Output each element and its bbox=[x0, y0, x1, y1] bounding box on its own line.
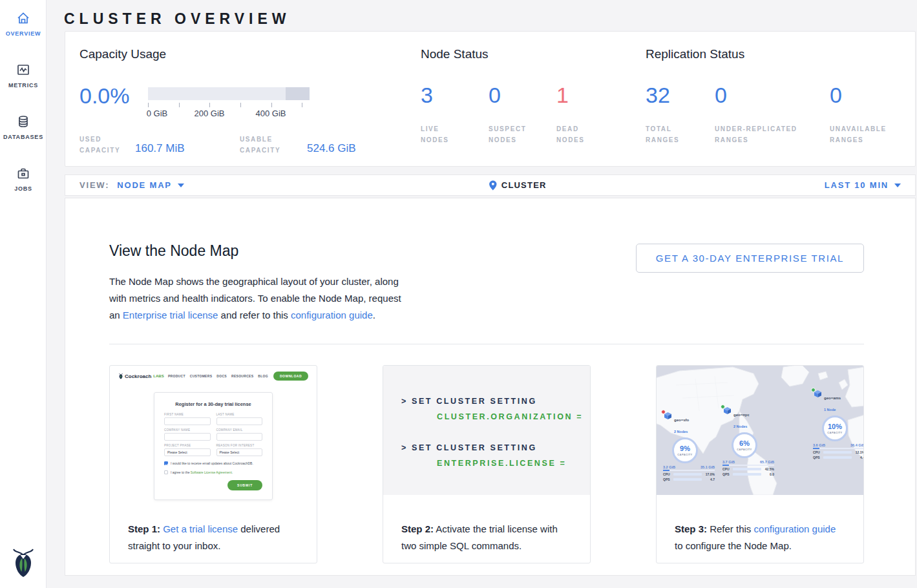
databases-icon bbox=[16, 114, 31, 129]
total-ranges-value: 32 bbox=[646, 82, 715, 108]
map-node-nyc: geo=nyc2 Nodes 6% CAPACITY 3.7 GiB65.7 G… bbox=[722, 407, 774, 476]
sidebar-item-label: DATABASES bbox=[0, 134, 47, 140]
sidebar-item-label: OVERVIEW bbox=[0, 30, 47, 37]
under-replicated-ranges-label: UNDER-REPLICATED RANGES bbox=[715, 123, 818, 145]
configuration-guide-link[interactable]: configuration guide bbox=[754, 523, 836, 534]
live-nodes-stat: 3 LIVE NODES bbox=[421, 82, 489, 145]
node-map-illustration: geo=sfo2 Nodes 9% CAPACITY 3.2 GiB35.1 G… bbox=[657, 366, 863, 495]
breadcrumb-cluster: CLUSTER bbox=[501, 180, 547, 190]
live-nodes-label: LIVE NODES bbox=[421, 123, 467, 145]
chevron-down-icon bbox=[894, 184, 901, 187]
node-map-panel: View the Node Map The Node Map shows the… bbox=[65, 198, 916, 576]
usable-capacity-value: 524.6 GiB bbox=[307, 142, 356, 156]
step1-caption: Step 1: Get a trial license delivered st… bbox=[110, 512, 317, 554]
capacity-usage-section: Capacity Usage 0.0% 0 GiB 200 GiB 400 Gi… bbox=[79, 47, 406, 157]
view-label: VIEW: bbox=[79, 180, 109, 190]
page-title: CLUSTER OVERVIEW bbox=[47, 0, 917, 26]
unavailable-ranges-label: UNAVAILABLE RANGES bbox=[830, 123, 894, 145]
capacity-bar-reserved-segment bbox=[286, 87, 310, 100]
step3-card: geo=sfo2 Nodes 9% CAPACITY 3.2 GiB35.1 G… bbox=[656, 365, 864, 563]
dead-nodes-label: DEAD NODES bbox=[556, 123, 603, 145]
view-toolbar: VIEW: NODE MAP CLUSTER LAST 10 MIN bbox=[65, 174, 916, 196]
step3-caption: Step 3: Refer this configuration guide t… bbox=[657, 495, 863, 554]
under-replicated-ranges-value: 0 bbox=[715, 82, 830, 108]
capacity-percent: 0.0% bbox=[79, 83, 130, 109]
sidebar-item-databases[interactable]: DATABASES bbox=[0, 103, 47, 155]
capacity-axis-labels: 0 GiB 200 GiB 400 GiB bbox=[148, 108, 310, 118]
jobs-icon bbox=[16, 165, 31, 181]
cluster-summary-card: Capacity Usage 0.0% 0 GiB 200 GiB 400 Gi… bbox=[65, 31, 916, 167]
capacity-gauge-sfo: 9% CAPACITY bbox=[672, 437, 698, 463]
breadcrumb[interactable]: CLUSTER bbox=[489, 180, 547, 191]
configuration-guide-link[interactable]: configuration guide bbox=[291, 310, 373, 320]
sidebar-item-label: JOBS bbox=[0, 185, 47, 192]
node-cube-icon bbox=[814, 390, 821, 397]
node-status-section: Node Status 3 LIVE NODES 0 SUSPECT NODES… bbox=[421, 47, 624, 145]
node-cube-icon bbox=[664, 412, 671, 419]
cockroachdb-logo bbox=[0, 547, 47, 580]
chevron-down-icon bbox=[178, 184, 184, 187]
node-status-dot-red bbox=[661, 410, 666, 414]
step1-card: Cockroach LABS PRODUCTCUSTOMERSDOCSRESOU… bbox=[109, 365, 317, 563]
suspect-nodes-value: 0 bbox=[489, 82, 556, 108]
sidebar-item-label: METRICS bbox=[0, 82, 47, 89]
suspect-nodes-stat: 0 SUSPECT NODES bbox=[489, 82, 556, 145]
capacity-bar bbox=[148, 87, 310, 100]
enterprise-trial-license-link[interactable]: Enterprise trial license bbox=[123, 310, 218, 320]
metrics-icon bbox=[16, 62, 31, 78]
cockroach-labs-mini-logo: Cockroach LABS bbox=[118, 373, 164, 379]
map-node-ams: geo=ams1 Node 10% CAPACITY 3.6 GiB36.4 G… bbox=[813, 390, 864, 459]
time-range-dropdown[interactable]: LAST 10 MIN bbox=[825, 180, 901, 190]
dead-nodes-value: 1 bbox=[556, 82, 624, 108]
step2-caption: Step 2: Activate the trial license with … bbox=[383, 495, 590, 554]
enterprise-trial-button[interactable]: GET A 30-DAY ENTERPRISE TRIAL bbox=[636, 244, 864, 273]
total-ranges-stat: 32 TOTAL RANGES bbox=[646, 82, 715, 145]
node-status-dot-green bbox=[811, 388, 816, 392]
view-selector-value: NODE MAP bbox=[117, 180, 171, 190]
sidebar-item-metrics[interactable]: METRICS bbox=[0, 52, 47, 103]
divider bbox=[109, 344, 864, 344]
location-pin-icon bbox=[489, 180, 497, 191]
home-icon bbox=[16, 10, 31, 26]
sidebar-item-jobs[interactable]: JOBS bbox=[0, 155, 47, 207]
live-nodes-value: 3 bbox=[421, 82, 489, 108]
capacity-gauge-nyc: 6% CAPACITY bbox=[732, 432, 757, 458]
capacity-stats: USED CAPACITY 160.7 MiB USABLE CAPACITY … bbox=[79, 134, 356, 156]
time-range-value: LAST 10 MIN bbox=[825, 180, 889, 190]
replication-status-title: Replication Status bbox=[646, 47, 917, 61]
node-status-dot-green bbox=[721, 404, 725, 409]
node-map-description: The Node Map shows the geographical layo… bbox=[109, 273, 408, 324]
used-capacity-label: USED CAPACITY bbox=[79, 134, 126, 156]
view-selector-dropdown[interactable]: NODE MAP bbox=[117, 180, 184, 190]
used-capacity-value: 160.7 MiB bbox=[135, 142, 240, 156]
capacity-axis-ticks bbox=[148, 103, 310, 108]
mini-checkbox-unchecked bbox=[164, 470, 168, 474]
suspect-nodes-label: SUSPECT NODES bbox=[489, 123, 535, 145]
usable-capacity-label: USABLE CAPACITY bbox=[240, 134, 295, 156]
under-replicated-ranges-stat: 0 UNDER-REPLICATED RANGES bbox=[715, 82, 830, 145]
map-node-sfo: geo=sfo2 Nodes 9% CAPACITY 3.2 GiB35.1 G… bbox=[663, 412, 715, 481]
dead-nodes-stat: 1 DEAD NODES bbox=[556, 82, 624, 145]
sql-commands-illustration: > SET CLUSTER SETTING CLUSTER.ORGANIZATI… bbox=[383, 366, 590, 495]
capacity-usage-title: Capacity Usage bbox=[79, 47, 406, 61]
sidebar-item-overview[interactable]: OVERVIEW bbox=[0, 0, 47, 52]
unavailable-ranges-value: 0 bbox=[830, 82, 917, 108]
mini-site-nav: PRODUCTCUSTOMERSDOCSRESOURCESBLOG bbox=[168, 374, 268, 378]
mini-download-button: DOWNLOAD bbox=[273, 372, 308, 381]
capacity-gauge-ams: 10% CAPACITY bbox=[822, 415, 848, 441]
node-status-title: Node Status bbox=[421, 47, 624, 61]
total-ranges-label: TOTAL RANGES bbox=[646, 123, 692, 145]
step2-card: > SET CLUSTER SETTING CLUSTER.ORGANIZATI… bbox=[383, 365, 591, 563]
node-cube-icon bbox=[724, 407, 731, 414]
unavailable-ranges-stat: 0 UNAVAILABLE RANGES bbox=[830, 82, 917, 145]
get-trial-license-link[interactable]: Get a trial license bbox=[163, 523, 238, 534]
capacity-gauge: 0 GiB 200 GiB 400 GiB bbox=[148, 87, 310, 118]
sidebar: OVERVIEW METRICS DATABASES JOBS bbox=[0, 0, 47, 588]
mini-registration-form: Register for a 30-day trial license FIRS… bbox=[154, 392, 273, 500]
mini-checkbox-checked bbox=[164, 461, 168, 465]
mini-submit-button: SUBMIT bbox=[227, 480, 262, 490]
trial-registration-screenshot: Cockroach LABS PRODUCTCUSTOMERSDOCSRESOU… bbox=[110, 366, 317, 512]
main-content: CLUSTER OVERVIEW Capacity Usage 0.0% 0 G… bbox=[47, 0, 917, 576]
replication-status-section: Replication Status 32 TOTAL RANGES 0 UND… bbox=[646, 47, 917, 145]
